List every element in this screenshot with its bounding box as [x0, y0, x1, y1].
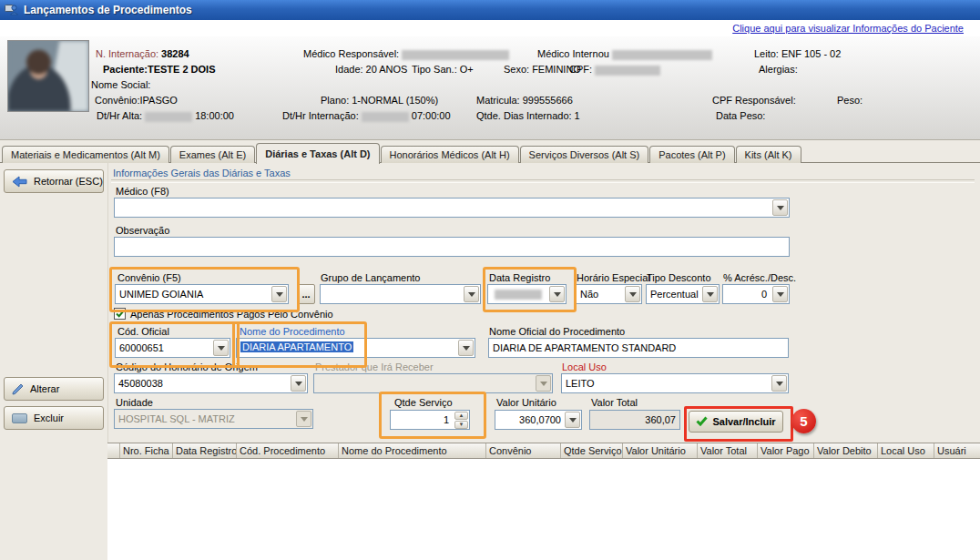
medico-internou-field: Médico Internou [537, 48, 715, 60]
observacao-input[interactable] [114, 237, 790, 257]
grid-col-valor-unitario[interactable]: Valor Unitário [623, 443, 698, 458]
prestador-combo [313, 373, 553, 393]
tab-servicos-diversos[interactable]: Serviços Diversos (Alt S) [520, 146, 649, 163]
chevron-down-icon[interactable] [772, 286, 788, 302]
tab-exames[interactable]: Exames (Alt E) [170, 146, 255, 163]
tab-honorarios-medicos[interactable]: Honorários Médicos (Alt H) [381, 146, 519, 163]
spin-up-icon[interactable]: ▲ [454, 412, 468, 420]
grid-col-convenio[interactable]: Convênio [486, 443, 561, 458]
grid-header: Nro. Ficha Data Registro Cód. Procedimen… [107, 443, 980, 459]
nome-procedimento-combo[interactable]: DIARIA APARTAMENTO [236, 338, 475, 358]
data-registro-combo[interactable] [487, 284, 567, 304]
tab-kits[interactable]: Kits (Alt K) [736, 146, 801, 163]
redacted-value [145, 112, 192, 122]
dthr-alta-field: Dt/Hr Alta:18:00:00 [97, 110, 234, 122]
peso-field: Peso: [837, 95, 863, 106]
alterar-button[interactable]: Alterar [4, 377, 104, 401]
medico-combo[interactable] [114, 198, 790, 218]
spinner-buttons[interactable]: ▲▼ [454, 412, 468, 428]
apenas-pagos-label: Apenas Procedimentos Pagos Pelo Convênio [130, 309, 333, 320]
pencil-icon [12, 383, 24, 395]
unidade-value: HOSPITAL SQL - MATRIZ [118, 413, 235, 424]
data-peso-field: Data Peso: [716, 110, 765, 121]
unidade-combo: HOSPITAL SQL - MATRIZ [114, 409, 313, 429]
chevron-down-icon[interactable] [291, 375, 306, 392]
cod-honorario-combo[interactable]: 45080038 [114, 373, 308, 393]
tipo-desconto-combo[interactable]: Percentual [646, 284, 720, 304]
grid-col-usuario[interactable]: Usuári [934, 443, 980, 458]
grid-col-indicator [107, 443, 120, 458]
grid-col-valor-total[interactable]: Valor Total [698, 443, 758, 458]
chevron-down-icon[interactable] [458, 340, 474, 356]
step-5-badge: 5 [791, 409, 816, 433]
check-icon [696, 416, 708, 428]
medico-responsavel-field: Médico Responsável: [303, 48, 512, 60]
nome-oficial-label: Nome Oficial do Procedimento [489, 326, 625, 337]
internacao-field: N. Internação:38284 [96, 48, 189, 59]
valor-total-label: Valor Total [591, 397, 638, 408]
chevron-down-icon[interactable] [464, 286, 479, 302]
qtde-servico-spinner[interactable]: 1 ▲▼ [390, 410, 470, 430]
redacted-value [595, 66, 660, 76]
cod-oficial-combo[interactable]: 60000651 [115, 338, 230, 358]
salvar-incluir-button[interactable]: Salvar/Incluir [689, 411, 783, 433]
nome-social-field: Nome Social: [91, 79, 150, 90]
alergias-field: Alergias: [759, 64, 798, 75]
chevron-down-icon[interactable] [565, 412, 580, 428]
local-uso-combo[interactable]: LEITO [561, 373, 789, 393]
tipo-sanguineo-field: Tipo San.:O+ [412, 64, 474, 75]
patient-info-link[interactable]: Clique aqui para visualizar Informações … [732, 23, 964, 34]
convenio-combo-value: UNIMED GOIANIA [119, 289, 203, 300]
valor-unitario-combo[interactable]: 360,0700 [495, 410, 582, 430]
chevron-down-icon[interactable] [771, 375, 787, 392]
convenio-combo[interactable]: UNIMED GOIANIA [115, 284, 289, 304]
grid-col-nro-ficha[interactable]: Nro. Ficha [120, 443, 173, 458]
chevron-down-icon [296, 411, 311, 427]
local-uso-value: LEITO [566, 378, 595, 389]
chevron-down-icon[interactable] [271, 286, 287, 302]
tab-pacotes[interactable]: Pacotes (Alt P) [649, 146, 734, 163]
patient-photo [7, 40, 89, 112]
grid-col-valor-pago[interactable]: Valor Pago [758, 443, 814, 458]
tipo-desconto-label: Tipo Desconto [647, 272, 711, 283]
retornar-button[interactable]: Retornar (ESC) [4, 169, 104, 193]
grid-col-data-registro[interactable]: Data Registro [173, 443, 237, 458]
section-divider [111, 179, 975, 183]
cod-honorario-value: 45080038 [118, 378, 163, 389]
tipo-desconto-value: Percentual [650, 289, 699, 300]
valor-unitario-value: 360,0700 [519, 414, 561, 425]
plano-field: Plano:1-NORMAL (150%) [321, 95, 438, 106]
chevron-down-icon[interactable] [213, 340, 229, 356]
horario-especial-combo[interactable]: Não [576, 284, 642, 304]
grid-col-valor-debito[interactable]: Valor Debito [814, 443, 878, 458]
grid-col-qtde-servico[interactable]: Qtde Serviço [561, 443, 623, 458]
chevron-down-icon[interactable] [549, 286, 565, 302]
chevron-down-icon[interactable] [702, 286, 718, 302]
chevron-down-icon [536, 375, 551, 392]
grid-col-nome-procedimento[interactable]: Nome do Procedimento [339, 443, 486, 458]
checkbox-checked-icon [114, 308, 126, 320]
chevron-down-icon[interactable] [625, 286, 640, 302]
browse-convenio-button[interactable]: ... [297, 284, 315, 304]
tab-diarias-taxas[interactable]: Diárias e Taxas (Alt D) [256, 143, 379, 164]
convenio-field: Convênio:IPASGO [95, 95, 178, 106]
grid-body [107, 459, 980, 560]
acresc-desc-combo[interactable]: 0 [722, 284, 790, 304]
apenas-pagos-checkbox[interactable]: Apenas Procedimentos Pagos Pelo Convênio [114, 308, 333, 320]
grid-col-cod-procedimento[interactable]: Cód. Procedimento [237, 443, 339, 458]
grupo-lancamento-combo[interactable] [320, 284, 481, 304]
spin-down-icon[interactable]: ▼ [454, 421, 468, 429]
redacted-value [362, 112, 409, 122]
chevron-down-icon[interactable] [772, 199, 788, 216]
data-registro-label: Data Registro [489, 272, 550, 283]
tab-bar: Materiais e Medicamentos (Alt M) Exames … [2, 143, 980, 163]
qtde-servico-value: 1 [444, 414, 449, 425]
valor-unitario-label: Valor Unitário [496, 397, 556, 408]
grid-col-local-uso[interactable]: Local Uso [878, 443, 934, 458]
nome-procedimento-label: Nome do Procedimento [240, 326, 345, 337]
convenio-f5-label: Convênio (F5) [117, 272, 181, 283]
nome-oficial-input[interactable]: DIARIA DE APARTAMENTO STANDARD [488, 338, 789, 358]
tab-materiais-medicamentos[interactable]: Materiais e Medicamentos (Alt M) [2, 146, 169, 163]
excluir-label: Excluir [34, 412, 64, 423]
excluir-button[interactable]: Excluir [4, 406, 104, 430]
